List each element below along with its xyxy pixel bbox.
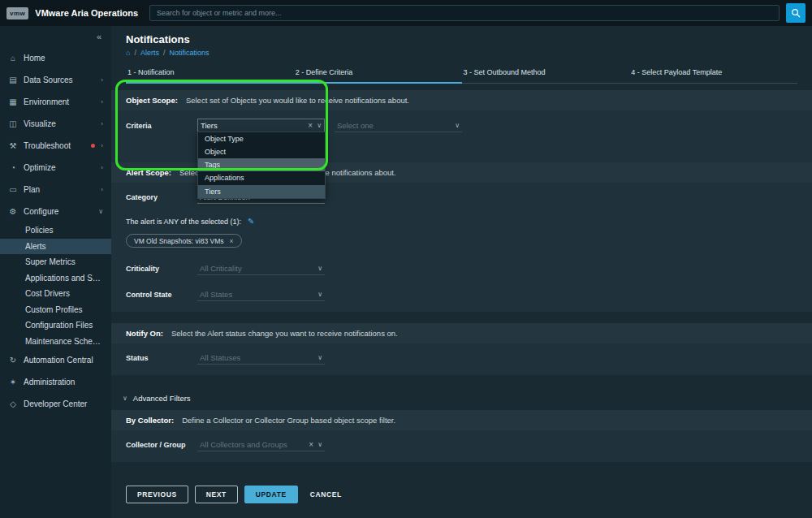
sidebar-item-alerts[interactable]: Alerts	[0, 239, 111, 255]
step-4-select-payload-template[interactable]: 4 - Select Payload Template	[629, 68, 797, 84]
sidebar-item-automation-central[interactable]: ↻ Automation Central	[0, 349, 111, 371]
sidebar-item-configuration-files[interactable]: Configuration Files	[0, 317, 111, 334]
by-collector-body: Collector / Group All Collectors and Gro…	[111, 430, 812, 462]
sidebar-item-label: Super Metrics	[25, 257, 103, 266]
home-icon[interactable]: ⌂	[126, 49, 130, 57]
notification-dot	[91, 144, 95, 148]
clear-icon[interactable]: ×	[308, 121, 313, 130]
control-state-dropdown[interactable]: All States ∨	[197, 288, 325, 301]
criteria-value-placeholder: Select one	[337, 121, 451, 130]
previous-button[interactable]: PREVIOUS	[126, 486, 188, 503]
alert-definition-chip[interactable]: VM Old Snapshots: vi83 VMs ×	[126, 234, 242, 248]
sidebar-item-maintenance-schedules[interactable]: Maintenance Schedules	[0, 334, 111, 350]
status-dropdown[interactable]: All Statuses ∨	[197, 352, 325, 365]
chevron-right-icon: ›	[101, 186, 103, 193]
environment-icon: ▦	[8, 97, 18, 106]
visualize-icon: ◫	[8, 119, 18, 128]
sidebar-item-applications-and-services[interactable]: Applications and Services	[0, 270, 111, 287]
breadcrumb: ⌂ / Alerts / Notifications	[111, 47, 812, 60]
sidebar-item-cost-drivers[interactable]: Cost Drivers	[0, 286, 111, 302]
sidebar-item-label: Cost Drivers	[25, 289, 103, 298]
criticality-placeholder: All Criticality	[200, 264, 313, 273]
chevron-right-icon: ›	[101, 142, 103, 149]
criteria-type-dropdown[interactable]: Tiers × ∨ Object Type Object Tags Applic…	[197, 119, 325, 132]
sidebar-item-plan[interactable]: ▭ Plan ›	[0, 179, 111, 201]
sidebar-item-label: Developer Center	[24, 399, 103, 408]
sidebar-item-policies[interactable]: Policies	[0, 222, 111, 239]
search-button[interactable]	[786, 3, 806, 23]
step-3-set-outbound-method[interactable]: 3 - Set Outbound Method	[462, 68, 630, 84]
sidebar-item-label: Configuration Files	[25, 321, 103, 330]
criteria-value-dropdown[interactable]: Select one ∨	[335, 119, 462, 132]
option-applications[interactable]: Applications	[198, 171, 325, 184]
option-object-type[interactable]: Object Type	[198, 132, 325, 145]
sidebar-item-label: Visualize	[24, 119, 95, 128]
collector-group-value: All Collectors and Groups	[200, 440, 304, 449]
sidebar-item-administration[interactable]: ✶ Administration	[0, 371, 111, 393]
sidebar-item-visualize[interactable]: ◫ Visualize ›	[0, 113, 111, 135]
sidebar-item-label: Troubleshoot	[24, 141, 85, 150]
sidebar-item-developer-center[interactable]: ◇ Developer Center	[0, 393, 111, 415]
global-search	[149, 5, 780, 21]
home-icon: ⌂	[8, 54, 18, 63]
chevron-right-icon: ›	[101, 98, 103, 106]
notify-on-description: Select the Alert status change you want …	[171, 329, 398, 338]
by-collector-header: By Collector: Define a Collector or Coll…	[111, 410, 812, 430]
control-state-label: Control State	[126, 291, 197, 301]
sidebar-item-troubleshoot[interactable]: ⚒ Troubleshoot ›	[0, 135, 111, 157]
sidebar-item-environment[interactable]: ▦ Environment ›	[0, 91, 111, 113]
control-state-placeholder: All States	[200, 290, 313, 299]
criticality-label: Criticality	[126, 265, 197, 275]
sidebar-item-label: Environment	[24, 97, 95, 106]
alert-scope-body: Category Alert Definition × ∨ The alert …	[111, 183, 812, 312]
breadcrumb-separator: /	[134, 49, 136, 57]
edit-icon[interactable]: ✎	[248, 217, 254, 226]
update-button[interactable]: UPDATE	[244, 486, 298, 503]
advanced-filters-toggle[interactable]: ∨ Advanced Filters	[111, 386, 812, 410]
cancel-button[interactable]: CANCEL	[304, 486, 353, 503]
sidebar-item-optimize[interactable]: ◔ Optimize ›	[0, 157, 111, 179]
clear-icon[interactable]: ×	[309, 440, 313, 449]
chevron-down-icon: ∨	[98, 208, 103, 215]
chevron-right-icon: ›	[101, 120, 103, 127]
option-object[interactable]: Object	[198, 145, 325, 158]
chip-remove-icon[interactable]: ×	[230, 237, 234, 245]
sidebar-item-data-sources[interactable]: ▤ Data Sources ›	[0, 69, 111, 91]
breadcrumb-notifications[interactable]: Notifications	[169, 49, 209, 57]
sidebar-item-label: Optimize	[24, 163, 95, 172]
sidebar-item-super-metrics[interactable]: Super Metrics	[0, 254, 111, 270]
sidebar-collapse-button[interactable]: «	[0, 28, 111, 47]
administration-icon: ✶	[8, 378, 18, 386]
criteria-dropdown-menu: Object Type Object Tags Applications Tie…	[197, 132, 326, 199]
alert-scope-label: Alert Scope:	[126, 168, 171, 177]
sidebar-item-configure[interactable]: ⚙ Configure ∨	[0, 201, 111, 222]
step-2-define-criteria[interactable]: 2 - Define Criteria	[294, 68, 462, 84]
collector-group-dropdown[interactable]: All Collectors and Groups × ∨	[197, 438, 325, 451]
object-scope-label: Object Scope:	[126, 96, 178, 105]
sidebar-item-label: Automation Central	[24, 356, 103, 365]
sidebar-item-label: Alerts	[25, 242, 103, 251]
sidebar-item-custom-profiles[interactable]: Custom Profiles	[0, 302, 111, 318]
chevron-down-icon: ∨	[123, 395, 127, 402]
next-button[interactable]: NEXT	[195, 486, 238, 503]
sidebar-item-home[interactable]: ⌂ Home	[0, 47, 111, 69]
search-input[interactable]	[149, 5, 780, 21]
step-1-notification[interactable]: 1 - Notification	[126, 68, 294, 84]
sidebar-item-label: Custom Profiles	[25, 305, 103, 314]
wizard-steps: 1 - Notification 2 - Define Criteria 3 -…	[126, 68, 797, 84]
chevron-right-icon: ›	[101, 164, 103, 171]
chevron-down-icon: ∨	[317, 354, 322, 361]
chevron-down-icon: ∨	[455, 122, 460, 129]
sidebar-item-label: Administration	[24, 378, 103, 386]
object-scope-header: Object Scope: Select set of Objects you …	[111, 90, 812, 110]
criteria-label: Criteria	[126, 122, 197, 132]
sidebar-item-label: Maintenance Schedules	[25, 337, 103, 346]
option-tiers[interactable]: Tiers	[198, 185, 325, 198]
collector-group-label: Collector / Group	[126, 441, 197, 451]
by-collector-label: By Collector:	[126, 416, 174, 425]
object-scope-description: Select set of Objects you would like to …	[186, 96, 409, 105]
chip-label: VM Old Snapshots: vi83 VMs	[134, 237, 224, 245]
breadcrumb-alerts[interactable]: Alerts	[140, 49, 159, 57]
criticality-dropdown[interactable]: All Criticality ∨	[197, 262, 325, 275]
option-tags[interactable]: Tags	[198, 158, 325, 171]
